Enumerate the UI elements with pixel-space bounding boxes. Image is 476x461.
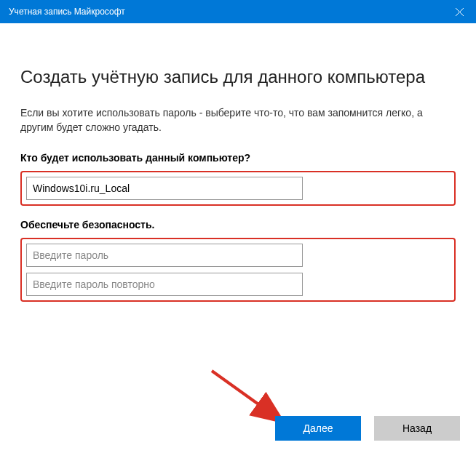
password-highlight — [20, 238, 456, 302]
page-description: Если вы хотите использовать пароль - выб… — [20, 106, 456, 135]
svg-line-3 — [212, 371, 279, 419]
username-highlight — [20, 171, 456, 206]
password-confirm-input[interactable] — [26, 273, 303, 296]
next-button[interactable]: Далее — [275, 416, 361, 441]
close-icon — [456, 8, 464, 16]
footer-buttons: Далее Назад — [275, 416, 460, 441]
password-input[interactable] — [26, 244, 303, 267]
titlebar: Учетная запись Майкрософт — [0, 0, 476, 23]
close-button[interactable] — [443, 0, 476, 23]
window-title: Учетная запись Майкрософт — [9, 7, 125, 17]
security-label: Обеспечьте безопасность. — [20, 219, 456, 230]
content-area: Создать учётную запись для данного компь… — [0, 23, 476, 302]
username-input[interactable] — [26, 177, 303, 200]
back-button[interactable]: Назад — [374, 416, 460, 441]
page-title: Создать учётную запись для данного компь… — [20, 67, 456, 87]
username-label: Кто будет использовать данный компьютер? — [20, 152, 456, 164]
